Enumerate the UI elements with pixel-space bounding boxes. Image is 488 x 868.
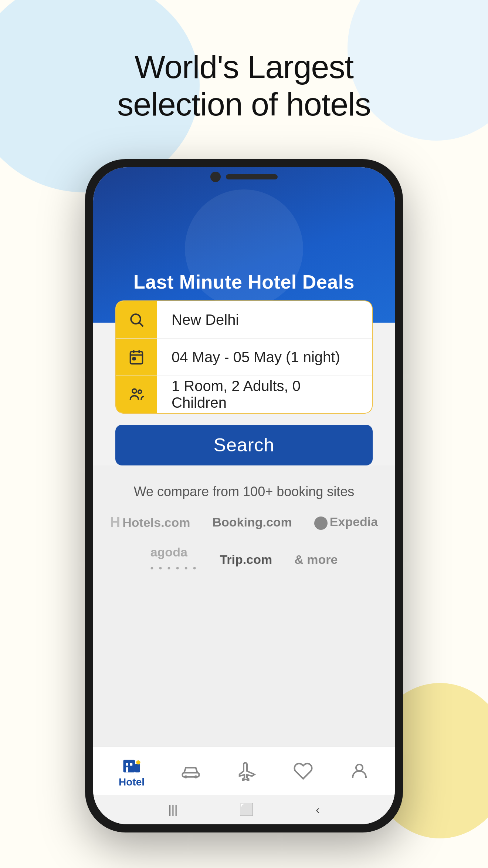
calendar-icon xyxy=(128,349,145,365)
search-card: New Delhi 04 xyxy=(115,300,373,414)
hotel-nav-label: Hotel xyxy=(119,776,145,788)
headline-line2: selection of hotels xyxy=(117,86,370,122)
more-logo: & more xyxy=(294,552,338,567)
dates-row[interactable]: 04 May - 05 May (1 night) xyxy=(116,339,372,376)
nav-saved[interactable] xyxy=(293,761,313,781)
sys-back[interactable]: ‹ xyxy=(316,803,320,817)
phone-wrapper: Last Minute Hotel Deals New Delhi xyxy=(85,159,403,832)
sys-recents[interactable]: ||| xyxy=(168,803,177,817)
bottom-nav: Hotel xyxy=(93,747,395,795)
heart-icon xyxy=(293,761,313,781)
svg-point-7 xyxy=(132,389,136,393)
agoda-logo: agoda• • • • • • xyxy=(150,545,198,574)
svg-point-0 xyxy=(131,314,140,324)
booking-logo: Booking.com xyxy=(212,515,292,529)
svg-line-1 xyxy=(139,323,143,326)
speaker-notch xyxy=(226,174,278,179)
nav-hotel[interactable]: Hotel xyxy=(119,754,145,788)
destination-value: New Delhi xyxy=(157,312,372,328)
svg-rect-11 xyxy=(130,763,133,766)
calendar-icon-cell xyxy=(116,339,157,376)
svg-rect-12 xyxy=(126,767,128,773)
svg-point-17 xyxy=(194,775,197,778)
guests-row[interactable]: 1 Room, 2 Adults, 0 Children xyxy=(116,376,372,413)
trip-logo: Trip.com xyxy=(220,552,272,567)
nav-profile[interactable] xyxy=(349,761,369,781)
headline-line1: World's Largest xyxy=(135,48,353,85)
search-button-wrapper: Search xyxy=(93,414,395,465)
hotel-icon xyxy=(122,754,142,774)
svg-rect-13 xyxy=(135,764,140,773)
profile-icon xyxy=(349,761,369,781)
phone-notch xyxy=(210,172,278,182)
guests-value: 1 Room, 2 Adults, 0 Children xyxy=(157,378,372,411)
sys-home[interactable]: ⬜ xyxy=(239,803,254,817)
svg-point-16 xyxy=(184,775,187,778)
svg-point-18 xyxy=(356,764,363,771)
camera-notch xyxy=(210,172,221,182)
expedia-logo: Expedia xyxy=(314,515,378,529)
search-icon-cell xyxy=(116,301,157,338)
car-icon xyxy=(181,761,201,781)
dates-value: 04 May - 05 May (1 night) xyxy=(157,349,372,366)
svg-rect-9 xyxy=(123,760,135,772)
phone-shell: Last Minute Hotel Deals New Delhi xyxy=(85,159,403,832)
flight-icon xyxy=(237,761,257,781)
app-header: Last Minute Hotel Deals xyxy=(93,167,395,323)
persons-icon xyxy=(128,386,145,403)
system-nav-bar: ||| ⬜ ‹ xyxy=(93,795,395,824)
search-icon xyxy=(128,312,145,328)
header-decoration xyxy=(185,189,303,308)
destination-row[interactable]: New Delhi xyxy=(116,301,372,339)
svg-point-14 xyxy=(136,760,140,764)
svg-rect-10 xyxy=(126,763,128,766)
guests-icon-cell xyxy=(116,376,157,413)
search-button[interactable]: Search xyxy=(115,425,373,465)
svg-rect-6 xyxy=(133,358,135,360)
hotels-logo: HHotels.com xyxy=(110,514,190,530)
compare-title: We compare from 100+ booking sites xyxy=(134,484,355,499)
nav-flight[interactable] xyxy=(237,761,257,781)
compare-section: We compare from 100+ booking sites HHote… xyxy=(93,465,395,747)
phone-screen: Last Minute Hotel Deals New Delhi xyxy=(93,167,395,824)
svg-point-8 xyxy=(138,390,142,393)
headline: World's Largest selection of hotels xyxy=(0,48,488,123)
nav-car[interactable] xyxy=(181,761,201,781)
logos-row-1: HHotels.com Booking.com Expedia xyxy=(110,514,378,530)
logos-row-2: agoda• • • • • • Trip.com & more xyxy=(150,545,338,574)
svg-rect-2 xyxy=(131,351,143,364)
